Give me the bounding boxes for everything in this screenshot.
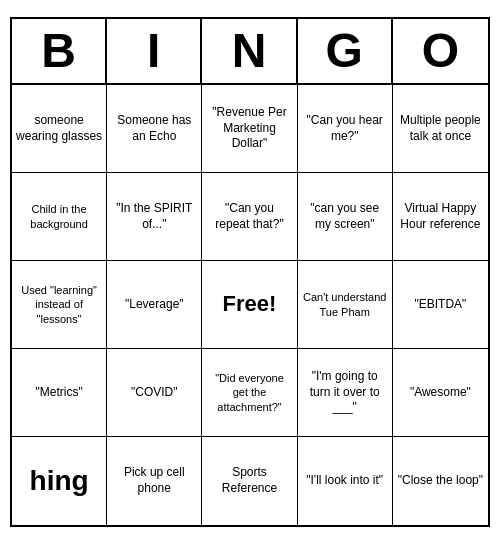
cell-text-11: "Leverage" [125,297,184,313]
bingo-cell-17: "Did everyone get the attachment?" [202,349,297,437]
bingo-cell-19: "Awesome" [393,349,488,437]
cell-text-7: "Can you repeat that?" [206,201,292,232]
bingo-cell-10: Used "learning" instead of "lessons" [12,261,107,349]
bingo-cell-3: "Can you hear me?" [298,85,393,173]
bingo-cell-15: "Metrics" [12,349,107,437]
cell-text-8: "can you see my screen" [302,201,388,232]
cell-text-15: "Metrics" [36,385,83,401]
bingo-cell-2: "Revenue Per Marketing Dollar" [202,85,297,173]
cell-text-5: Child in the background [16,202,102,231]
bingo-cell-23: "I'll look into it" [298,437,393,525]
cell-text-20: hing [30,463,89,499]
bingo-cell-5: Child in the background [12,173,107,261]
cell-text-9: Virtual Happy Hour reference [397,201,484,232]
cell-text-12: Free! [223,290,277,319]
bingo-header: BINGO [12,19,488,85]
cell-text-0: someone wearing glasses [16,113,102,144]
bingo-cell-1: Someone has an Echo [107,85,202,173]
cell-text-6: "In the SPIRIT of..." [111,201,197,232]
bingo-cell-16: "COVID" [107,349,202,437]
bingo-cell-6: "In the SPIRIT of..." [107,173,202,261]
cell-text-14: "EBITDA" [414,297,466,313]
bingo-cell-12: Free! [202,261,297,349]
bingo-letter-O: O [393,19,488,83]
cell-text-17: "Did everyone get the attachment?" [206,371,292,414]
cell-text-22: Sports Reference [206,465,292,496]
cell-text-24: "Close the loop" [398,473,483,489]
bingo-cell-9: Virtual Happy Hour reference [393,173,488,261]
cell-text-18: "I'm going to turn it over to ___" [302,369,388,416]
cell-text-19: "Awesome" [410,385,471,401]
bingo-cell-22: Sports Reference [202,437,297,525]
bingo-cell-14: "EBITDA" [393,261,488,349]
bingo-cell-24: "Close the loop" [393,437,488,525]
cell-text-10: Used "learning" instead of "lessons" [16,283,102,326]
bingo-cell-8: "can you see my screen" [298,173,393,261]
bingo-card: BINGO someone wearing glassesSomeone has… [10,17,490,527]
bingo-letter-I: I [107,19,202,83]
cell-text-16: "COVID" [131,385,178,401]
cell-text-3: "Can you hear me?" [302,113,388,144]
bingo-cell-13: Can't understand Tue Pham [298,261,393,349]
bingo-cell-0: someone wearing glasses [12,85,107,173]
cell-text-13: Can't understand Tue Pham [302,290,388,319]
cell-text-21: Pick up cell phone [111,465,197,496]
bingo-letter-B: B [12,19,107,83]
bingo-cell-21: Pick up cell phone [107,437,202,525]
cell-text-4: Multiple people talk at once [397,113,484,144]
cell-text-2: "Revenue Per Marketing Dollar" [206,105,292,152]
bingo-cell-20: hing [12,437,107,525]
bingo-cell-11: "Leverage" [107,261,202,349]
bingo-letter-N: N [202,19,297,83]
cell-text-23: "I'll look into it" [306,473,383,489]
cell-text-1: Someone has an Echo [111,113,197,144]
bingo-letter-G: G [298,19,393,83]
bingo-grid: someone wearing glassesSomeone has an Ec… [12,85,488,525]
bingo-cell-18: "I'm going to turn it over to ___" [298,349,393,437]
bingo-cell-7: "Can you repeat that?" [202,173,297,261]
bingo-cell-4: Multiple people talk at once [393,85,488,173]
